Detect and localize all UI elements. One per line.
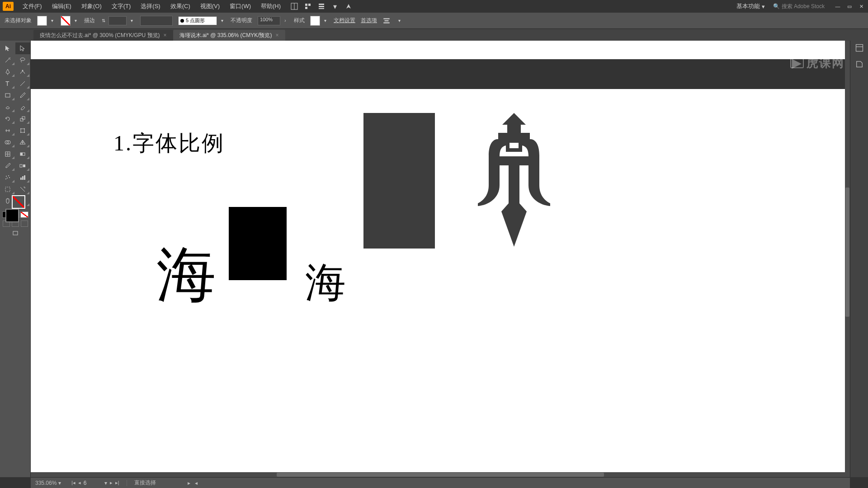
stroke-width-input[interactable] xyxy=(108,16,127,25)
svg-point-35 xyxy=(9,177,10,178)
opacity-input[interactable]: 100% xyxy=(258,16,280,25)
stack-icon[interactable] xyxy=(318,3,325,10)
properties-panel-icon[interactable] xyxy=(855,43,864,52)
pasteboard-gap xyxy=(31,59,850,89)
minimize-button[interactable]: — xyxy=(834,3,842,9)
rocket-icon[interactable] xyxy=(345,3,352,10)
symbol-sprayer-tool[interactable] xyxy=(0,172,15,183)
canvas[interactable]: 1.字体比例 海 ↖ 海 ▶ 虎课网 xyxy=(31,41,850,477)
svg-point-36 xyxy=(5,178,6,179)
close-icon[interactable]: × xyxy=(164,32,167,38)
menu-edit[interactable]: 编辑(E) xyxy=(47,0,76,12)
chevron-down-icon[interactable]: ▾ xyxy=(219,18,225,24)
chevron-right-icon[interactable]: › xyxy=(282,18,288,24)
svg-rect-44 xyxy=(856,45,863,52)
eyedropper-tool[interactable] xyxy=(0,160,15,172)
zoom-level[interactable]: 335.06% ▾ xyxy=(35,480,67,486)
draw-inside[interactable] xyxy=(21,221,28,227)
menu-view[interactable]: 视图(V) xyxy=(196,0,224,12)
svg-rect-5 xyxy=(319,4,324,5)
stroke-box[interactable] xyxy=(12,195,25,209)
menu-file[interactable]: 文件(F) xyxy=(18,0,47,12)
chevron-down-icon[interactable]: ▾ xyxy=(128,18,135,24)
horizontal-scrollbar[interactable] xyxy=(31,472,850,477)
chevron-down-icon[interactable]: ▾ xyxy=(396,18,402,24)
menu-effect[interactable]: 效果(C) xyxy=(166,0,195,12)
paintbrush-tool[interactable] xyxy=(15,89,31,101)
slice-tool[interactable] xyxy=(15,183,31,195)
style-swatch[interactable] xyxy=(310,16,320,26)
profile-selector[interactable]: 5 点圆形 xyxy=(178,16,217,25)
shape-builder-tool[interactable] xyxy=(0,136,15,148)
rectangle-tool[interactable] xyxy=(0,89,15,101)
magic-wand-tool[interactable] xyxy=(0,54,15,66)
eraser-tool[interactable] xyxy=(15,101,31,113)
chevron-down-icon[interactable]: ▾ xyxy=(49,18,55,24)
curvature-tool[interactable] xyxy=(15,66,31,78)
gradient-tool[interactable] xyxy=(15,148,31,160)
menu-select[interactable]: 选择(S) xyxy=(136,0,165,12)
chevron-down-icon[interactable]: ▾ xyxy=(322,18,328,24)
screen-mode-button[interactable] xyxy=(12,230,19,237)
artboard-tool[interactable] xyxy=(0,183,15,195)
close-icon[interactable]: × xyxy=(275,32,278,38)
mesh-tool[interactable] xyxy=(0,148,15,160)
cursor-icon: ↖ xyxy=(273,273,278,281)
doc-setup-button[interactable]: 文档设置 xyxy=(334,17,355,24)
layout-icon[interactable] xyxy=(291,3,298,10)
workspace-selector[interactable]: 基本功能 ▾ xyxy=(734,1,768,11)
document-tab-1[interactable]: 疫情怎么还不过去.ai* @ 300% (CMYK/GPU 预览) × xyxy=(33,30,173,41)
status-expand-icon[interactable]: ▸ xyxy=(188,480,190,486)
libraries-panel-icon[interactable] xyxy=(855,60,864,69)
rotate-tool[interactable] xyxy=(0,113,15,125)
stroke-swatch[interactable] xyxy=(61,16,71,26)
menu-help[interactable]: 帮助(H) xyxy=(256,0,285,12)
direct-selection-tool[interactable] xyxy=(15,42,31,54)
fill-swatch[interactable] xyxy=(37,16,47,26)
shaper-tool[interactable] xyxy=(0,101,15,113)
stock-search[interactable]: 🔍 搜索 Adobe Stock xyxy=(773,3,825,10)
scrollbar-thumb[interactable] xyxy=(845,188,849,317)
artboard-number-input[interactable]: 6 xyxy=(84,480,102,486)
vertical-scrollbar[interactable] xyxy=(845,41,850,472)
fill-box[interactable] xyxy=(5,209,19,222)
maximize-button[interactable]: ▭ xyxy=(845,3,854,9)
stock-search-placeholder: 搜索 Adobe Stock xyxy=(782,3,825,10)
free-transform-tool[interactable] xyxy=(15,125,31,136)
first-artboard-button[interactable]: |◂ xyxy=(71,480,75,486)
selection-tool[interactable] xyxy=(0,42,15,54)
status-menu-icon[interactable]: ◂ xyxy=(195,480,198,486)
scrollbar-thumb[interactable] xyxy=(277,473,604,477)
status-bar: 335.06% ▾ |◂ ◂ 6 ▾ ▸ ▸| 直接选择 ▸ ◂ xyxy=(31,477,850,488)
last-artboard-button[interactable]: ▸| xyxy=(115,480,119,486)
next-artboard-button[interactable]: ▸ xyxy=(110,480,113,486)
menu-object[interactable]: 对象(O) xyxy=(77,0,106,12)
close-button[interactable]: ✕ xyxy=(857,3,865,9)
right-panel-strip xyxy=(850,41,868,477)
align-icon[interactable] xyxy=(382,17,391,25)
prev-artboard-button[interactable]: ◂ xyxy=(78,480,81,486)
stepper-icon[interactable]: ⇅ xyxy=(100,18,107,24)
brush-preview[interactable] xyxy=(140,16,173,26)
type-tool[interactable]: T xyxy=(0,78,15,89)
lasso-tool[interactable] xyxy=(15,54,31,66)
chevron-down-icon[interactable]: ▾ xyxy=(72,18,79,24)
prefs-button[interactable]: 首选项 xyxy=(361,17,377,24)
arrange-icon[interactable] xyxy=(304,3,311,10)
line-tool[interactable] xyxy=(15,78,31,89)
menu-window[interactable]: 窗口(W) xyxy=(225,0,255,12)
svg-rect-43 xyxy=(13,231,18,235)
svg-point-22 xyxy=(24,132,25,133)
perspective-tool[interactable] xyxy=(15,136,31,148)
pen-tool[interactable] xyxy=(0,66,15,78)
chevron-down-icon[interactable]: ▾ xyxy=(104,480,107,486)
svg-rect-17 xyxy=(22,117,25,119)
scale-tool[interactable] xyxy=(15,113,31,125)
chevron-down-icon[interactable]: ▾ xyxy=(331,3,339,10)
column-graph-tool[interactable] xyxy=(15,172,31,183)
menu-type[interactable]: 文字(T) xyxy=(107,0,136,12)
color-mode-none[interactable] xyxy=(20,211,28,218)
width-tool[interactable] xyxy=(0,125,15,136)
blend-tool[interactable] xyxy=(15,160,31,172)
document-tab-2[interactable]: 海瑾说木.ai* @ 335.06% (CMYK/预览) × xyxy=(173,30,285,41)
